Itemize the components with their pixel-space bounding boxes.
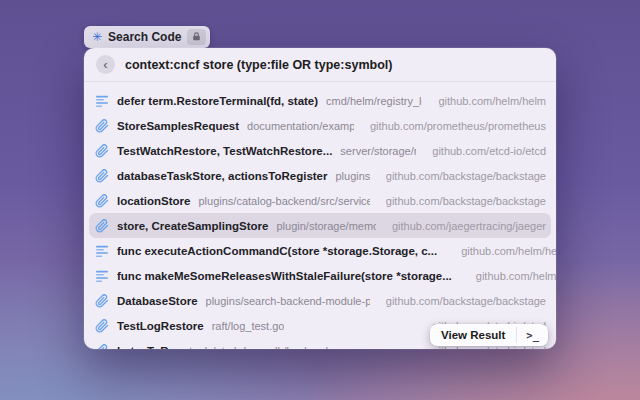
paperclip-icon <box>94 318 109 333</box>
paperclip-icon <box>94 293 109 308</box>
badge-label: Search Code <box>108 30 181 44</box>
result-path: documentation/examples/remote_storage/re… <box>247 120 354 132</box>
result-repo: github.com/backstage/backstage <box>378 295 546 307</box>
action-hint: View Result >_ <box>430 324 548 346</box>
code-lines-icon <box>94 268 109 283</box>
result-row[interactable]: locationStore plugins/catalog-backend/sr… <box>84 188 556 213</box>
result-name: TestWatchRestore, TestWatchRestore... <box>117 145 332 157</box>
chevron-left-icon: ‹ <box>103 58 107 71</box>
result-row[interactable]: func executeActionCommandC(store *storag… <box>84 238 556 263</box>
result-name: databaseTaskStore, actionsToRegister <box>117 170 327 182</box>
desktop-background: ✳ Search Code ‹ context:cncf store (type… <box>0 0 640 400</box>
result-name: DatabaseStore <box>117 295 198 307</box>
result-row[interactable]: DatabaseStore plugins/search-backend-mod… <box>84 288 556 313</box>
result-repo: github.com/jaegertracing/jaeger <box>384 220 546 232</box>
paperclip-icon <box>94 168 109 183</box>
result-name: store, CreateSamplingStore <box>117 220 268 232</box>
view-result-button[interactable]: View Result <box>430 324 516 346</box>
result-name: locationStore <box>117 195 190 207</box>
result-path: cmd/helm/registry_login.go <box>326 95 422 107</box>
result-repo: github.com/helm/helm <box>468 270 556 282</box>
result-path: plugins/scaffolder-backend/src/... <box>335 170 369 182</box>
asterisk-icon: ✳ <box>92 31 102 43</box>
paperclip-icon <box>94 193 109 208</box>
paperclip-icon <box>94 343 109 349</box>
paperclip-icon <box>94 118 109 133</box>
search-bar: ‹ context:cncf store (type:file OR type:… <box>84 48 556 82</box>
result-path: server/storage/mvcc/watchable_store_t... <box>340 145 416 157</box>
result-repo: github.com/helm/helm <box>430 95 546 107</box>
result-repo: github.com/backstage/backstage <box>378 195 546 207</box>
result-path: plugins/search-backend-module-pg/src/dat… <box>206 295 370 307</box>
results-list: defer term.RestoreTerminal(fd, state) cm… <box>84 82 556 349</box>
result-row[interactable]: func makeMeSomeReleasesWithStaleFailure(… <box>84 263 556 288</box>
result-path: raft/log_test.go <box>212 320 285 332</box>
result-name: defer term.RestoreTerminal(fd, state) <box>117 95 318 107</box>
search-query-input[interactable]: context:cncf store (type:file OR type:sy… <box>125 58 392 72</box>
result-path: tools/etcd-dump-db/backend.go <box>189 345 343 350</box>
result-repo: github.com/etcd-io/etcd <box>424 145 546 157</box>
paperclip-icon <box>94 218 109 233</box>
code-lines-icon <box>94 243 109 258</box>
result-name: func executeActionCommandC(store *storag… <box>117 245 437 257</box>
paperclip-icon <box>94 143 109 158</box>
result-repo: github.com/backstage/backstage <box>378 170 546 182</box>
result-repo: github.com/helm/helm <box>453 245 556 257</box>
search-code-badge[interactable]: ✳ Search Code <box>84 26 210 48</box>
result-name: bytesToRev <box>117 345 181 350</box>
result-repo: github.com/prometheus/prometheus <box>362 120 546 132</box>
result-row[interactable]: databaseTaskStore, actionsToRegister plu… <box>84 163 556 188</box>
result-row[interactable]: TestWatchRestore, TestWatchRestore... se… <box>84 138 556 163</box>
lock-pill <box>187 29 206 45</box>
result-row[interactable]: defer term.RestoreTerminal(fd, state) cm… <box>84 88 556 113</box>
result-name: TestLogRestore <box>117 320 204 332</box>
back-button[interactable]: ‹ <box>96 55 115 74</box>
search-window: ‹ context:cncf store (type:file OR type:… <box>84 48 556 349</box>
result-name: StoreSamplesRequest <box>117 120 239 132</box>
code-lines-icon <box>94 93 109 108</box>
terminal-shortcut-button[interactable]: >_ <box>517 324 548 346</box>
result-row[interactable]: store, CreateSamplingStore plugin/storag… <box>89 213 551 238</box>
result-name: func makeMeSomeReleasesWithStaleFailure(… <box>117 270 452 282</box>
result-path: plugins/catalog-backend/src/service/Cata… <box>198 195 369 207</box>
lock-icon <box>191 28 202 46</box>
result-path: plugin/storage/memory/factory.go <box>276 220 375 232</box>
result-row[interactable]: StoreSamplesRequest documentation/exampl… <box>84 113 556 138</box>
